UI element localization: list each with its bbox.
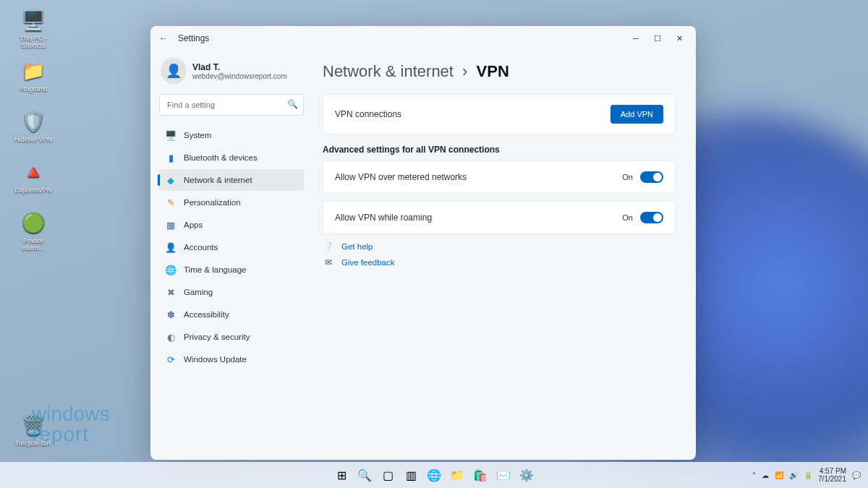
taskbar-mail-icon[interactable]: ✉️ [494,466,513,484]
desktop-icon[interactable]: 🛡️HideMe VPN [12,108,55,143]
desktop-icon[interactable]: 🟢Private Intern… [12,210,55,252]
nav-label: Gaming [184,288,213,296]
desktop-icon-glyph: 🛡️ [20,108,46,134]
sidebar-item-privacy-security[interactable]: ◐Privacy & security [159,326,304,348]
link-label: Give feedback [341,258,395,267]
back-button[interactable]: ← [156,33,171,43]
taskbar-center: ⊞🔍▢▥🌐📁🛍️✉️⚙️ [332,466,536,484]
maximize-button[interactable]: ☐ [647,28,668,48]
search-icon: 🔍 [287,99,298,109]
watermark: windows report [32,404,109,445]
toggle-switch[interactable] [640,171,663,183]
nav-icon: 👤 [165,242,176,253]
sidebar-item-time-language[interactable]: 🌐Time & language [159,259,304,281]
main-pane: Network & internet › VPN VPN connections… [310,51,696,460]
system-tray[interactable]: ˄ ☁ 📶 🔊 🔋 4:57 PM 7/1/2021 💬 [752,467,868,483]
nav-label: System [184,131,211,140]
advanced-heading: Advanced settings for all VPN connection… [323,145,676,155]
nav-label: Personalization [184,198,241,207]
desktop-icon-label: Programs [12,85,55,93]
desktop-icon-label: ExpressVPN [12,187,55,194]
toggle-state: On [622,213,633,222]
toggle-state: On [622,173,633,181]
nav-icon: ◆ [165,175,176,186]
onedrive-icon[interactable]: ☁ [762,471,769,479]
desktop-icon[interactable]: 🔺ExpressVPN [12,159,55,194]
desktop-icon-glyph: 📁 [20,58,46,84]
nav-label: Time & language [184,265,247,274]
nav-icon: ✽ [165,309,176,320]
nav-label: Apps [184,221,203,229]
taskbar-explorer-icon[interactable]: 📁 [448,466,467,484]
nav-label: Windows Update [184,355,247,364]
taskbar-settings-icon[interactable]: ⚙️ [517,466,536,484]
notification-icon[interactable]: 💬 [852,471,861,479]
tray-chevron-icon[interactable]: ˄ [752,471,756,479]
toggle-label: Allow VPN while roaming [335,213,432,223]
user-block[interactable]: 👤 Vlad T. webdev@windowsreport.com [161,58,304,84]
search-input[interactable] [159,94,304,116]
taskbar-edge-icon[interactable]: 🌐 [425,466,443,484]
toggle-row: Allow VPN over metered networks On [323,160,676,194]
toggle-label: Allow VPN over metered networks [335,172,467,182]
settings-window: ← Settings ─ ☐ ✕ 👤 Vlad T. webdev@window… [150,26,696,460]
desktop: 🖥️This PC - Shortcut📁Programs🛡️HideMe VP… [0,0,868,488]
wifi-icon[interactable]: 📶 [775,471,783,479]
breadcrumb-current: VPN [477,62,509,80]
desktop-icon-glyph: 🖥️ [20,7,46,33]
taskbar: ⊞🔍▢▥🌐📁🛍️✉️⚙️ ˄ ☁ 📶 🔊 🔋 4:57 PM 7/1/2021 … [0,462,868,488]
desktop-icon-glyph: 🟢 [20,210,46,236]
minimize-button[interactable]: ─ [625,28,647,48]
nav-icon: ✎ [165,197,176,208]
toggle-switch[interactable] [640,212,663,223]
nav-label: Network & internet [184,176,252,184]
nav-icon: 🌐 [165,265,176,275]
link-label: Get help [341,242,373,251]
taskbar-search-icon[interactable]: 🔍 [355,466,374,484]
desktop-icon-glyph: 🔺 [20,159,46,185]
search-box[interactable]: 🔍 [159,94,304,116]
clock[interactable]: 4:57 PM 7/1/2021 [818,467,846,483]
nav-label: Bluetooth & devices [184,153,258,162]
titlebar: ← Settings ─ ☐ ✕ [150,26,696,51]
desktop-icon-label: HideMe VPN [12,136,55,143]
taskbar-start-icon[interactable]: ⊞ [332,466,351,484]
battery-icon[interactable]: 🔋 [804,471,812,479]
desktop-icon-label: This PC - Shortcut [12,35,55,49]
breadcrumb-parent[interactable]: Network & internet [323,62,454,80]
avatar: 👤 [161,58,187,84]
help-link[interactable]: ❔Get help [323,241,676,252]
help-link[interactable]: ✉Give feedback [323,257,676,267]
nav-icon: ◐ [165,332,176,343]
sidebar: 👤 Vlad T. webdev@windowsreport.com 🔍 🖥️S… [150,51,310,460]
toggle-row: Allow VPN while roaming On [323,201,676,234]
sidebar-item-gaming[interactable]: ✖Gaming [159,281,304,303]
sidebar-item-apps[interactable]: ▦Apps [159,214,304,236]
breadcrumb: Network & internet › VPN [323,62,676,81]
link-icon: ✉ [323,257,334,267]
user-email: webdev@windowsreport.com [192,72,287,80]
sidebar-item-system[interactable]: 🖥️System [159,124,304,146]
nav-list: 🖥️System▮Bluetooth & devices◆Network & i… [159,124,304,370]
nav-icon: ▦ [165,220,176,231]
vpn-connections-label: VPN connections [335,109,401,119]
nav-label: Accessibility [184,310,229,319]
sidebar-item-network-internet[interactable]: ◆Network & internet [159,169,304,191]
link-icon: ❔ [323,241,334,252]
taskbar-taskview-icon[interactable]: ▢ [378,466,397,484]
taskbar-widgets-icon[interactable]: ▥ [401,466,420,484]
sidebar-item-bluetooth-devices[interactable]: ▮Bluetooth & devices [159,147,304,168]
sidebar-item-personalization[interactable]: ✎Personalization [159,192,304,213]
close-button[interactable]: ✕ [668,28,690,48]
desktop-icon[interactable]: 🖥️This PC - Shortcut [12,7,55,49]
sidebar-item-windows-update[interactable]: ⟳Windows Update [159,348,304,370]
user-name: Vlad T. [192,62,287,72]
nav-icon: ⟳ [165,354,176,365]
nav-icon: ▮ [165,153,176,163]
sidebar-item-accessibility[interactable]: ✽Accessibility [159,304,304,325]
add-vpn-button[interactable]: Add VPN [610,105,663,124]
volume-icon[interactable]: 🔊 [789,471,798,479]
taskbar-store-icon[interactable]: 🛍️ [471,466,490,484]
desktop-icon[interactable]: 📁Programs [12,58,55,93]
sidebar-item-accounts[interactable]: 👤Accounts [159,236,304,258]
